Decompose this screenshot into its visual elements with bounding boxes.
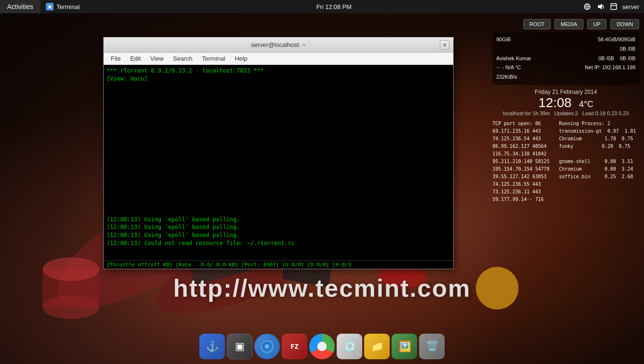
svg-marker-16 bbox=[598, 4, 602, 9]
time-display: 12:08 4°C bbox=[492, 95, 639, 110]
terminal-content[interactable]: *** rTorrent 0.9.2/0.13.2 - localhost:70… bbox=[104, 65, 453, 260]
chromium-center bbox=[317, 342, 327, 351]
filezilla-icon: FZ bbox=[291, 343, 299, 350]
activities-button[interactable]: Activities bbox=[0, 0, 40, 13]
storage-label: 90GiB bbox=[496, 35, 511, 45]
svg-point-25 bbox=[265, 344, 269, 349]
speed-label: 232KiB/s bbox=[496, 73, 517, 82]
menu-terminal[interactable]: Terminal bbox=[197, 53, 230, 64]
topbar: Activities ▣ Terminal Fri 12:08 PM bbox=[0, 0, 644, 13]
down-button[interactable]: DOWN bbox=[610, 19, 639, 29]
disks-icon: 💿 bbox=[343, 340, 356, 353]
terminal-title: server@localhost: ~ bbox=[108, 41, 448, 48]
log-line-2: (12:08:13) Using 'epoll' based polling. bbox=[107, 223, 450, 231]
svg-point-6 bbox=[43, 295, 99, 319]
clock-display: Fri 12:08 PM bbox=[85, 3, 582, 10]
topbar-right-area: server bbox=[582, 2, 644, 11]
menu-help[interactable]: Help bbox=[230, 53, 252, 64]
terminal-window: server@localhost: ~ ✕ File Edit View Sea… bbox=[103, 37, 454, 269]
date-label: Friday 21 February 2014 bbox=[492, 89, 639, 95]
up-button[interactable]: UP bbox=[587, 19, 607, 29]
view-label: [View: main] bbox=[107, 75, 450, 83]
dock-item-trash[interactable]: 🗑️ bbox=[419, 334, 445, 359]
dock-item-browser[interactable] bbox=[254, 334, 280, 359]
image-icon: 🖼️ bbox=[398, 340, 411, 353]
log-line-1: (12:08:13) Using 'epoll' based polling. bbox=[107, 216, 450, 224]
svg-rect-7 bbox=[43, 269, 99, 307]
menu-file[interactable]: File bbox=[106, 53, 125, 64]
log-line-3: (12:08:13) Using 'epoll' based polling. bbox=[107, 231, 450, 239]
user-icon[interactable] bbox=[609, 2, 618, 11]
close-button[interactable]: ✕ bbox=[440, 40, 449, 50]
root-button[interactable]: ROOT bbox=[523, 19, 551, 29]
menu-search[interactable]: Search bbox=[168, 53, 197, 64]
svg-point-5 bbox=[476, 267, 519, 309]
terminal-icon: ▣ bbox=[46, 3, 54, 10]
net-ip: Net IP: 192.168.1.198 bbox=[585, 63, 635, 73]
empty-space bbox=[107, 83, 450, 216]
server-label[interactable]: server bbox=[622, 3, 639, 10]
anchor-icon: ⚓ bbox=[206, 340, 219, 353]
dock-item-files[interactable]: 📁 bbox=[364, 334, 390, 359]
app-indicator[interactable]: ▣ Terminal bbox=[40, 0, 85, 13]
rtorrent-header: *** rTorrent 0.9.2/0.13.2 - localhost:70… bbox=[107, 67, 450, 75]
app-name-label: Terminal bbox=[56, 3, 80, 10]
storage-io: 0B /0B bbox=[620, 45, 635, 54]
net-io-1: 0B /0B 0B /0B bbox=[599, 54, 635, 64]
dock-item-chromium[interactable] bbox=[309, 334, 335, 359]
trash-icon: 🗑️ bbox=[426, 340, 438, 353]
terminal-titlebar: server@localhost: ~ ✕ bbox=[104, 37, 453, 53]
media-button[interactable]: MEDIA bbox=[555, 19, 583, 29]
svg-rect-19 bbox=[611, 4, 617, 9]
watermark-url: http://www.tecmint.com bbox=[173, 274, 471, 302]
network-icon[interactable] bbox=[582, 2, 592, 11]
storage-detail: 58.4GiB/909GiB bbox=[598, 35, 636, 45]
uptime-label: localhost for 1h 39m Updates:2 Load 0.18… bbox=[492, 110, 639, 116]
right-panel: ROOT MEDIA UP DOWN 90GiB 58.4GiB/909GiB … bbox=[492, 19, 639, 203]
dock-item-disks[interactable]: 💿 bbox=[337, 334, 362, 359]
menu-view[interactable]: View bbox=[145, 53, 168, 64]
temp-label: ··· - N/A °C bbox=[496, 63, 521, 73]
svg-line-17 bbox=[602, 5, 604, 9]
network-connections-panel: TCP port open: 86 69.171.235.16 443 74.1… bbox=[492, 120, 639, 203]
globe-icon bbox=[259, 338, 276, 355]
log-line-4: (12:08:13) Could not read resource file:… bbox=[107, 239, 450, 247]
volume-icon[interactable] bbox=[596, 2, 605, 11]
terminal-dock-icon: ▣ bbox=[235, 340, 245, 353]
date-time-panel: Friday 21 February 2014 12:08 4°C localh… bbox=[492, 89, 639, 116]
dock-item-filezilla[interactable]: FZ bbox=[282, 334, 307, 359]
dock-item-terminal[interactable]: ▣ bbox=[227, 334, 252, 359]
folder-icon: 📁 bbox=[371, 340, 384, 353]
terminal-menubar: File Edit View Search Terminal Help bbox=[104, 53, 453, 65]
menu-edit[interactable]: Edit bbox=[125, 53, 145, 64]
dock-item-anchor[interactable]: ⚓ bbox=[199, 334, 225, 359]
panel-action-buttons: ROOT MEDIA UP DOWN bbox=[492, 19, 639, 29]
dock-item-viewer[interactable]: 🖼️ bbox=[392, 334, 417, 359]
terminal-statusbar: [Throttle off/off KB] [Rate - 0.0/ 0.0 K… bbox=[104, 260, 453, 269]
user-label: Avishek Kumar bbox=[496, 54, 531, 64]
svg-point-8 bbox=[43, 257, 99, 281]
system-stats-panel: 90GiB 58.4GiB/909GiB 0B /0B Avishek Kuma… bbox=[492, 32, 639, 85]
dock: ⚓ ▣ FZ 💿 📁 🖼️ 🗑️ bbox=[199, 334, 445, 359]
